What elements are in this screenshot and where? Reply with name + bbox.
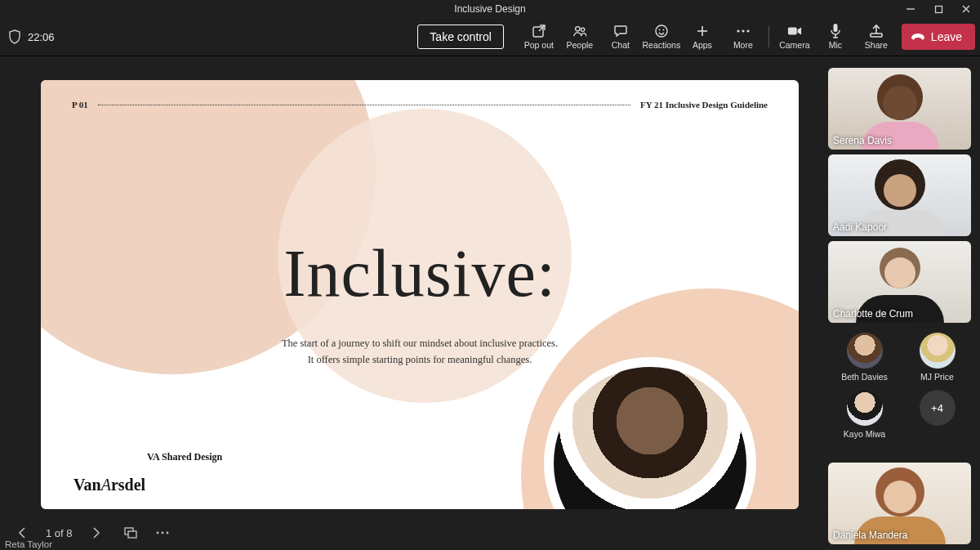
close-button[interactable] — [952, 0, 980, 18]
svg-point-9 — [662, 29, 664, 31]
pop-out-icon — [532, 24, 546, 38]
participant-avatars: Beth Davies MJ Price Kayo Miwa +4 — [828, 328, 973, 439]
shared-slide[interactable]: P 01 FY 21 Inclusive Design Guideline In… — [41, 80, 799, 509]
grid-view-button[interactable] — [120, 522, 141, 543]
window-title: Inclusive Design — [454, 3, 525, 15]
participant-name: Serena Davis — [833, 135, 892, 146]
participant-avatar[interactable]: Beth Davies — [831, 333, 898, 382]
leave-button[interactable]: Leave — [902, 24, 975, 50]
svg-point-22 — [166, 532, 168, 534]
slide-caption: VA Shared Design — [147, 451, 222, 463]
title-bar: Inclusive Design — [0, 0, 980, 18]
camera-button[interactable]: Camera — [774, 20, 815, 54]
participants-panel: Serena Davis Aadi Kapoor Charlotte de Cr… — [825, 56, 980, 550]
maximize-button[interactable] — [924, 0, 952, 18]
self-view-tile[interactable]: Daniela Mandera — [828, 463, 971, 544]
mic-icon — [828, 24, 843, 38]
svg-point-21 — [161, 532, 163, 534]
svg-point-12 — [737, 29, 739, 32]
share-icon — [869, 24, 884, 38]
slide-navigation: 1 of 8 — [0, 515, 825, 550]
reactions-button[interactable]: Reactions — [641, 20, 682, 54]
svg-point-20 — [156, 532, 158, 534]
people-button[interactable]: People — [559, 20, 600, 54]
participant-tile[interactable]: Charlotte de Crum — [828, 241, 971, 323]
people-icon — [572, 24, 587, 38]
meeting-toolbar: 22:06 Take control Pop out People Chat — [0, 18, 980, 56]
presentation-stage: P 01 FY 21 Inclusive Design Guideline In… — [0, 56, 825, 550]
slide-header-right: FY 21 Inclusive Design Guideline — [640, 100, 768, 110]
minimize-button[interactable] — [897, 0, 924, 18]
chat-icon — [613, 24, 628, 38]
participant-overflow[interactable]: +4 — [904, 390, 971, 439]
slide-title: Inclusive: — [41, 235, 799, 312]
slide-header: P 01 FY 21 Inclusive Design Guideline — [72, 100, 768, 110]
slide-more-button[interactable] — [154, 522, 171, 543]
svg-point-8 — [658, 29, 660, 31]
toolbar-divider — [768, 26, 769, 47]
take-control-button[interactable]: Take control — [417, 25, 503, 49]
svg-rect-1 — [935, 6, 942, 12]
svg-rect-15 — [788, 28, 797, 35]
brand-logo: VanArsdel VanArsdel — [74, 476, 145, 494]
svg-point-14 — [746, 29, 749, 32]
participant-tile[interactable]: Serena Davis — [828, 68, 971, 150]
meeting-timer: 22:06 — [28, 31, 55, 43]
presenter-name: Reta Taylor — [5, 539, 52, 549]
more-button[interactable]: More — [723, 20, 764, 54]
share-button[interactable]: Share — [856, 20, 897, 54]
leave-icon — [910, 31, 926, 42]
svg-point-6 — [581, 28, 584, 31]
camera-icon — [787, 24, 802, 38]
shield-icon — [8, 29, 21, 44]
chat-button[interactable]: Chat — [600, 20, 641, 54]
svg-point-7 — [656, 25, 667, 37]
svg-rect-17 — [871, 34, 882, 37]
svg-rect-19 — [128, 531, 136, 538]
participant-name: Charlotte de Crum — [833, 308, 913, 320]
page-marker: P 01 — [72, 100, 88, 110]
apps-button[interactable]: Apps — [682, 20, 723, 54]
reactions-icon — [654, 24, 669, 38]
svg-point-5 — [575, 27, 579, 31]
participant-avatar[interactable]: Kayo Miwa — [831, 390, 898, 439]
participant-avatar[interactable]: MJ Price — [904, 333, 971, 382]
window-controls — [897, 0, 980, 18]
next-slide-button[interactable] — [86, 522, 107, 543]
content-area: P 01 FY 21 Inclusive Design Guideline In… — [0, 56, 980, 550]
participant-name: Aadi Kapoor — [833, 221, 887, 233]
header-divider — [98, 105, 630, 105]
svg-point-13 — [742, 29, 744, 32]
slide-counter: 1 of 8 — [46, 527, 73, 539]
participant-tile[interactable]: Aadi Kapoor — [828, 154, 971, 236]
participant-name: Daniela Mandera — [833, 530, 907, 541]
pop-out-button[interactable]: Pop out — [519, 20, 559, 54]
svg-rect-16 — [833, 24, 837, 32]
plus-icon — [695, 24, 710, 38]
mic-button[interactable]: Mic — [815, 20, 856, 54]
more-icon — [736, 24, 751, 38]
